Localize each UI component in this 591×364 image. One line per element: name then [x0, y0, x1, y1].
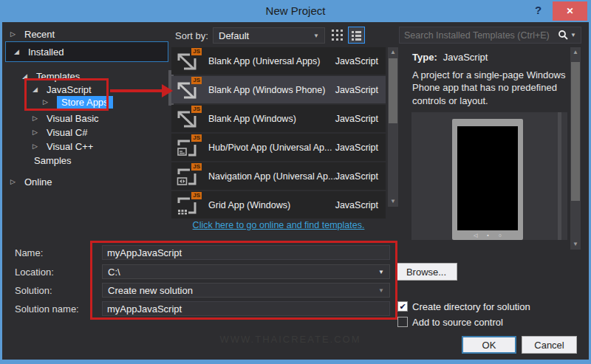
sidebar-item-label: Visual C++ — [47, 141, 93, 152]
collapse-triangle-icon[interactable] — [10, 30, 18, 38]
template-row-blank-universal[interactable]: JS Blank App (Universal Apps) JavaScript — [171, 47, 386, 75]
navigation-app-icon: JS — [176, 165, 199, 188]
phone-back-icon: ◁ — [474, 232, 477, 239]
expand-triangle-icon[interactable] — [33, 86, 41, 93]
collapse-triangle-icon[interactable] — [33, 128, 41, 136]
help-icon[interactable]: ? — [535, 4, 542, 16]
collapse-triangle-icon[interactable] — [43, 98, 51, 106]
close-icon: ✕ — [566, 6, 573, 16]
template-name: Blank App (Universal Apps) — [208, 56, 335, 66]
browse-button[interactable]: Browse... — [395, 263, 457, 281]
sidebar-item-online[interactable]: Online — [10, 175, 52, 188]
online-templates-link[interactable]: Click here to go online and find templat… — [171, 220, 386, 230]
info-panel-scrollbar[interactable]: ▲ ▼ — [570, 47, 581, 250]
js-badge: JS — [191, 106, 202, 113]
template-list-scrollbar[interactable]: ▲ ▼ — [388, 47, 398, 207]
expand-triangle-icon[interactable] — [14, 48, 22, 55]
scroll-down-icon[interactable]: ▼ — [388, 196, 398, 207]
template-language: JavaScript — [335, 56, 386, 66]
sidebar-item-store-apps[interactable]: Store Apps — [43, 95, 113, 109]
sidebar-item-samples[interactable]: Samples — [34, 154, 72, 167]
list-view-button[interactable] — [348, 27, 365, 44]
template-row-grid-app[interactable]: JS Grid App (Windows) JavaScript — [171, 191, 386, 219]
sidebar-item-label: Visual Basic — [47, 113, 99, 124]
close-button[interactable]: ✕ — [553, 1, 587, 21]
sidebar-item-visual-csharp[interactable]: Visual C# — [33, 126, 87, 139]
template-row-blank-windows[interactable]: JS Blank App (Windows) JavaScript — [171, 105, 386, 132]
search-options-chevron-icon[interactable]: ▼ — [569, 32, 581, 38]
scrollbar-thumb[interactable] — [571, 62, 580, 201]
template-language: JavaScript — [335, 142, 386, 153]
create-directory-label[interactable]: Create directory for solution — [412, 301, 530, 312]
template-preview-panel: ◁ ▪ ○ — [411, 112, 567, 240]
sidebar-item-installed[interactable]: Installed — [5, 41, 168, 62]
sidebar-item-label: Visual C# — [47, 127, 87, 138]
template-name: Blank App (Windows Phone) — [208, 85, 335, 95]
preview-inner-strip — [558, 112, 561, 240]
medium-icons-view-button[interactable] — [332, 30, 344, 41]
template-name: Hub/Pivot App (Universal Ap... — [208, 142, 335, 153]
solution-dropdown[interactable]: Create new solution ▼ — [102, 283, 390, 298]
blank-app-icon: JS — [176, 79, 199, 101]
cancel-button-label: Cancel — [534, 340, 564, 351]
template-name: Grid App (Windows) — [208, 200, 335, 210]
template-row-blank-windows-phone[interactable]: JS Blank App (Windows Phone) JavaScript — [171, 76, 386, 103]
search-input[interactable] — [400, 30, 558, 41]
template-language: JavaScript — [335, 114, 386, 124]
sidebar-item-label: Samples — [34, 155, 72, 166]
phone-screen — [457, 126, 518, 230]
sidebar-item-label: Recent — [24, 29, 55, 40]
create-directory-checkbox[interactable] — [397, 301, 408, 312]
template-description: A project for a single-page Windows Phon… — [412, 69, 572, 107]
phone-nav-buttons: ◁ ▪ ○ — [452, 232, 523, 239]
template-row-hub-pivot[interactable]: JS Hub/Pivot App (Universal Ap... JavaSc… — [171, 134, 386, 161]
sort-by-label: Sort by: — [175, 30, 208, 41]
solution-label: Solution: — [15, 285, 52, 296]
ok-button-label: OK — [482, 340, 496, 351]
sidebar-item-visual-basic[interactable]: Visual Basic — [33, 111, 99, 125]
scrollbar-thumb[interactable] — [389, 58, 397, 123]
collapse-triangle-icon[interactable] — [33, 142, 41, 150]
js-badge: JS — [191, 77, 202, 84]
collapse-triangle-icon[interactable] — [10, 178, 18, 185]
blank-app-icon: JS — [176, 108, 199, 130]
blank-app-icon: JS — [176, 50, 199, 72]
hub-pivot-app-icon: JS — [176, 137, 199, 159]
ok-button[interactable]: OK — [462, 336, 516, 354]
sidebar-item-recent[interactable]: Recent — [10, 27, 55, 41]
solution-name-field[interactable] — [102, 301, 390, 316]
sidebar-item-label-selected: Store Apps — [57, 96, 113, 109]
location-dropdown[interactable]: C:\ ▼ — [102, 264, 390, 279]
scroll-down-icon[interactable]: ▼ — [570, 239, 581, 250]
name-label: Name: — [15, 247, 43, 258]
sidebar-item-visual-cpp[interactable]: Visual C++ — [33, 140, 93, 153]
location-value: C:\ — [108, 267, 120, 278]
grid-app-icon: JS — [176, 194, 199, 216]
expand-triangle-icon[interactable] — [22, 72, 30, 80]
scroll-up-icon[interactable]: ▲ — [570, 47, 581, 58]
solution-value: Create new solution — [108, 285, 193, 296]
chevron-down-icon: ▼ — [313, 32, 319, 39]
template-row-navigation[interactable]: JS Navigation App (Universal Ap... JavaS… — [171, 162, 386, 190]
source-control-checkbox[interactable] — [397, 317, 408, 327]
js-badge: JS — [191, 134, 202, 142]
sidebar-item-label: Installed — [28, 47, 64, 58]
sort-by-dropdown[interactable]: Default ▼ — [213, 27, 325, 44]
source-control-label[interactable]: Add to source control — [412, 317, 503, 328]
sidebar-item-javascript[interactable]: JavaScript — [33, 83, 92, 96]
phone-start-icon: ▪ — [487, 232, 488, 239]
collapse-triangle-icon[interactable] — [33, 114, 41, 122]
sidebar-item-templates[interactable]: Templates — [22, 69, 80, 83]
watermark-text: WWW.THAICREATE.COM — [198, 334, 383, 345]
cancel-button[interactable]: Cancel — [522, 336, 577, 354]
phone-preview: ◁ ▪ ○ — [452, 119, 523, 240]
solution-name-label: Solution name: — [15, 303, 79, 315]
chevron-down-icon: ▼ — [378, 287, 384, 294]
search-icon[interactable] — [558, 30, 569, 41]
name-field[interactable] — [102, 245, 390, 260]
sidebar-item-label: Online — [24, 176, 52, 188]
new-project-dialog: New Project ? ✕ Recent Installed Templat… — [0, 0, 591, 364]
scroll-up-icon[interactable]: ▲ — [388, 47, 398, 58]
chevron-down-icon: ▼ — [378, 269, 384, 275]
type-value: JavaScript — [443, 52, 488, 63]
